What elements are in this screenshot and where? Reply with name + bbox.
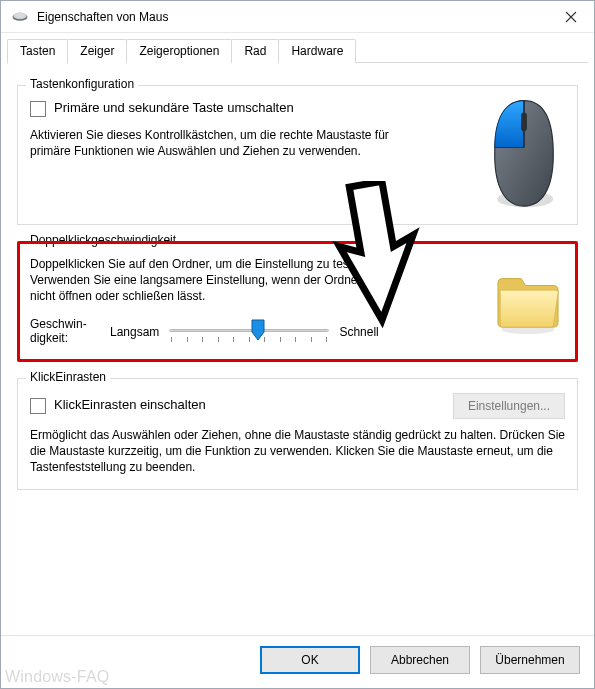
clicklock-settings-button: Einstellungen...	[453, 393, 565, 419]
tab-zeigeroptionen[interactable]: Zeigeroptionen	[126, 39, 232, 63]
folder-test-icon[interactable]	[491, 262, 565, 342]
tab-tasten[interactable]: Tasten	[7, 39, 68, 64]
speed-slow-label: Langsam	[110, 325, 159, 339]
svg-rect-7	[521, 113, 527, 132]
ok-button[interactable]: OK	[260, 646, 360, 674]
group-clicklock: KlickEinrasten KlickEinrasten einschalte…	[17, 378, 578, 491]
mouse-illustration-icon	[483, 100, 565, 210]
titlebar: Eigenschaften von Maus	[1, 1, 594, 33]
clicklock-label: KlickEinrasten einschalten	[54, 397, 206, 412]
tab-zeiger[interactable]: Zeiger	[67, 39, 127, 63]
swap-buttons-label: Primäre und sekundäre Taste umschalten	[54, 100, 294, 115]
doubleclick-highlight: Doppelklickgeschwindigkeit Doppelklicken…	[17, 241, 578, 362]
svg-point-2	[14, 13, 26, 19]
slider-thumb[interactable]	[251, 319, 265, 341]
doubleclick-description: Doppelklicken Sie auf den Ordner, um die…	[30, 256, 410, 305]
group-button-config-legend: Tastenkonfiguration	[26, 77, 138, 91]
close-button[interactable]	[548, 1, 594, 33]
speed-label: Geschwin­digkeit:	[30, 318, 100, 344]
swap-buttons-checkbox[interactable]	[30, 101, 46, 117]
mouse-title-icon	[11, 11, 29, 23]
group-doubleclick-legend: Doppelklickgeschwindigkeit	[26, 233, 180, 247]
tab-hardware[interactable]: Hardware	[278, 39, 356, 63]
clicklock-description: Ermöglicht das Auswählen oder Ziehen, oh…	[30, 427, 565, 476]
tab-content: Tastenkonfiguration Primäre und sekundär…	[1, 63, 594, 635]
tab-rad[interactable]: Rad	[231, 39, 279, 63]
window-title: Eigenschaften von Maus	[37, 10, 168, 24]
tab-strip: Tasten Zeiger Zeigeroptionen Rad Hardwar…	[1, 33, 594, 63]
group-button-config: Tastenkonfiguration Primäre und sekundär…	[17, 85, 578, 225]
mouse-properties-window: Eigenschaften von Maus Tasten Zeiger Zei…	[0, 0, 595, 689]
dialog-footer: OK Abbrechen Übernehmen	[1, 635, 594, 688]
group-doubleclick: Doppelklickgeschwindigkeit Doppelklicken…	[17, 241, 578, 362]
speed-fast-label: Schnell	[339, 325, 378, 339]
cancel-button[interactable]: Abbrechen	[370, 646, 470, 674]
swap-buttons-description: Aktivieren Sie dieses Kontrollkästchen, …	[30, 127, 390, 159]
doubleclick-speed-slider[interactable]	[169, 317, 329, 347]
apply-button[interactable]: Übernehmen	[480, 646, 580, 674]
clicklock-checkbox[interactable]	[30, 398, 46, 414]
group-clicklock-legend: KlickEinrasten	[26, 370, 110, 384]
